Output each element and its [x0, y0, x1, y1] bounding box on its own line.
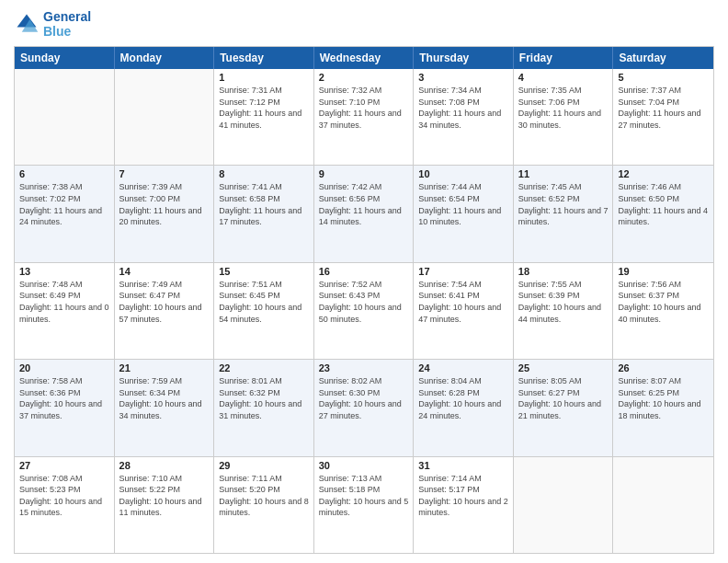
day-number: 30	[319, 460, 409, 471]
calendar-cell: 21Sunrise: 7:59 AM Sunset: 6:34 PM Dayli…	[115, 360, 215, 455]
day-info: Sunrise: 7:54 AM Sunset: 6:41 PM Dayligh…	[418, 279, 508, 325]
calendar-body: 1Sunrise: 7:31 AM Sunset: 7:12 PM Daylig…	[15, 69, 713, 553]
day-info: Sunrise: 7:58 AM Sunset: 6:36 PM Dayligh…	[19, 375, 109, 421]
calendar-row: 27Sunrise: 7:08 AM Sunset: 5:23 PM Dayli…	[15, 456, 713, 553]
calendar-cell: 4Sunrise: 7:35 AM Sunset: 7:06 PM Daylig…	[514, 69, 614, 165]
day-info: Sunrise: 7:35 AM Sunset: 7:06 PM Dayligh…	[518, 85, 609, 131]
logo-text: General Blue	[43, 9, 91, 39]
day-number: 23	[319, 362, 409, 373]
weekday-header: Wednesday	[314, 47, 415, 69]
calendar-cell: 9Sunrise: 7:42 AM Sunset: 6:56 PM Daylig…	[314, 166, 415, 261]
calendar-cell: 12Sunrise: 7:46 AM Sunset: 6:50 PM Dayli…	[613, 166, 713, 261]
calendar-cell	[613, 457, 713, 553]
weekday-header: Monday	[115, 47, 215, 69]
calendar-cell: 17Sunrise: 7:54 AM Sunset: 6:41 PM Dayli…	[414, 263, 514, 359]
calendar-row: 6Sunrise: 7:38 AM Sunset: 7:02 PM Daylig…	[15, 165, 713, 261]
calendar-cell: 29Sunrise: 7:11 AM Sunset: 5:20 PM Dayli…	[214, 457, 314, 553]
day-info: Sunrise: 7:46 AM Sunset: 6:50 PM Dayligh…	[618, 181, 709, 227]
day-info: Sunrise: 7:37 AM Sunset: 7:04 PM Dayligh…	[618, 85, 709, 131]
day-number: 4	[518, 72, 609, 83]
day-info: Sunrise: 8:04 AM Sunset: 6:28 PM Dayligh…	[418, 375, 508, 421]
day-info: Sunrise: 7:52 AM Sunset: 6:43 PM Dayligh…	[319, 279, 409, 325]
day-number: 7	[119, 168, 210, 179]
calendar-cell: 11Sunrise: 7:45 AM Sunset: 6:52 PM Dayli…	[514, 166, 614, 261]
day-info: Sunrise: 7:49 AM Sunset: 6:47 PM Dayligh…	[119, 279, 210, 325]
calendar-cell: 2Sunrise: 7:32 AM Sunset: 7:10 PM Daylig…	[314, 69, 415, 165]
day-number: 11	[518, 168, 609, 179]
weekday-header: Sunday	[15, 47, 115, 69]
calendar-header: SundayMondayTuesdayWednesdayThursdayFrid…	[15, 47, 713, 69]
day-number: 27	[19, 460, 109, 471]
calendar-cell: 8Sunrise: 7:41 AM Sunset: 6:58 PM Daylig…	[214, 166, 314, 261]
day-number: 20	[19, 362, 109, 373]
logo-icon	[14, 11, 40, 37]
calendar-cell: 6Sunrise: 7:38 AM Sunset: 7:02 PM Daylig…	[15, 166, 115, 261]
calendar-cell: 14Sunrise: 7:49 AM Sunset: 6:47 PM Dayli…	[115, 263, 215, 359]
calendar-cell: 24Sunrise: 8:04 AM Sunset: 6:28 PM Dayli…	[414, 360, 514, 455]
calendar-cell	[514, 457, 614, 553]
calendar: SundayMondayTuesdayWednesdayThursdayFrid…	[14, 46, 714, 554]
day-info: Sunrise: 7:38 AM Sunset: 7:02 PM Dayligh…	[19, 181, 109, 227]
day-info: Sunrise: 8:05 AM Sunset: 6:27 PM Dayligh…	[518, 375, 609, 421]
day-number: 16	[319, 266, 409, 277]
day-info: Sunrise: 7:34 AM Sunset: 7:08 PM Dayligh…	[418, 85, 508, 131]
day-number: 24	[418, 362, 508, 373]
calendar-cell: 22Sunrise: 8:01 AM Sunset: 6:32 PM Dayli…	[214, 360, 314, 455]
day-info: Sunrise: 7:08 AM Sunset: 5:23 PM Dayligh…	[19, 473, 109, 519]
day-number: 8	[219, 168, 309, 179]
day-info: Sunrise: 8:01 AM Sunset: 6:32 PM Dayligh…	[219, 375, 309, 421]
calendar-cell: 5Sunrise: 7:37 AM Sunset: 7:04 PM Daylig…	[613, 69, 713, 165]
day-info: Sunrise: 7:39 AM Sunset: 7:00 PM Dayligh…	[119, 181, 210, 227]
calendar-cell: 25Sunrise: 8:05 AM Sunset: 6:27 PM Dayli…	[514, 360, 614, 455]
calendar-row: 1Sunrise: 7:31 AM Sunset: 7:12 PM Daylig…	[15, 69, 713, 165]
calendar-cell: 26Sunrise: 8:07 AM Sunset: 6:25 PM Dayli…	[613, 360, 713, 455]
day-number: 29	[219, 460, 309, 471]
day-info: Sunrise: 8:07 AM Sunset: 6:25 PM Dayligh…	[618, 375, 709, 421]
weekday-header: Friday	[514, 47, 614, 69]
day-info: Sunrise: 7:56 AM Sunset: 6:37 PM Dayligh…	[618, 279, 709, 325]
day-number: 6	[19, 168, 109, 179]
calendar-cell: 13Sunrise: 7:48 AM Sunset: 6:49 PM Dayli…	[15, 263, 115, 359]
day-number: 13	[19, 266, 109, 277]
day-number: 5	[618, 72, 709, 83]
day-number: 9	[319, 168, 409, 179]
day-info: Sunrise: 7:14 AM Sunset: 5:17 PM Dayligh…	[418, 473, 508, 519]
day-number: 18	[518, 266, 609, 277]
day-number: 28	[119, 460, 210, 471]
calendar-cell: 1Sunrise: 7:31 AM Sunset: 7:12 PM Daylig…	[214, 69, 314, 165]
header: General Blue	[14, 9, 714, 39]
calendar-cell: 27Sunrise: 7:08 AM Sunset: 5:23 PM Dayli…	[15, 457, 115, 553]
day-number: 10	[418, 168, 508, 179]
day-info: Sunrise: 8:02 AM Sunset: 6:30 PM Dayligh…	[319, 375, 409, 421]
day-number: 26	[618, 362, 709, 373]
logo: General Blue	[14, 9, 91, 39]
calendar-cell: 10Sunrise: 7:44 AM Sunset: 6:54 PM Dayli…	[414, 166, 514, 261]
day-info: Sunrise: 7:42 AM Sunset: 6:56 PM Dayligh…	[319, 181, 409, 227]
calendar-cell: 16Sunrise: 7:52 AM Sunset: 6:43 PM Dayli…	[314, 263, 415, 359]
day-info: Sunrise: 7:45 AM Sunset: 6:52 PM Dayligh…	[518, 181, 609, 227]
day-number: 14	[119, 266, 210, 277]
day-info: Sunrise: 7:55 AM Sunset: 6:39 PM Dayligh…	[518, 279, 609, 325]
day-info: Sunrise: 7:11 AM Sunset: 5:20 PM Dayligh…	[219, 473, 309, 519]
day-number: 17	[418, 266, 508, 277]
page: General Blue SundayMondayTuesdayWednesda…	[0, 0, 728, 563]
calendar-row: 13Sunrise: 7:48 AM Sunset: 6:49 PM Dayli…	[15, 262, 713, 359]
calendar-cell: 31Sunrise: 7:14 AM Sunset: 5:17 PM Dayli…	[414, 457, 514, 553]
day-info: Sunrise: 7:10 AM Sunset: 5:22 PM Dayligh…	[119, 473, 210, 519]
calendar-cell	[115, 69, 215, 165]
day-number: 31	[418, 460, 508, 471]
day-info: Sunrise: 7:41 AM Sunset: 6:58 PM Dayligh…	[219, 181, 309, 227]
weekday-header: Tuesday	[214, 47, 314, 69]
day-info: Sunrise: 7:44 AM Sunset: 6:54 PM Dayligh…	[418, 181, 508, 227]
day-number: 2	[319, 72, 409, 83]
day-number: 21	[119, 362, 210, 373]
day-number: 3	[418, 72, 508, 83]
day-info: Sunrise: 7:13 AM Sunset: 5:18 PM Dayligh…	[319, 473, 409, 519]
calendar-row: 20Sunrise: 7:58 AM Sunset: 6:36 PM Dayli…	[15, 359, 713, 455]
day-number: 1	[219, 72, 309, 83]
calendar-cell: 23Sunrise: 8:02 AM Sunset: 6:30 PM Dayli…	[314, 360, 415, 455]
day-number: 12	[618, 168, 709, 179]
calendar-cell: 18Sunrise: 7:55 AM Sunset: 6:39 PM Dayli…	[514, 263, 614, 359]
calendar-cell	[15, 69, 115, 165]
day-number: 19	[618, 266, 709, 277]
